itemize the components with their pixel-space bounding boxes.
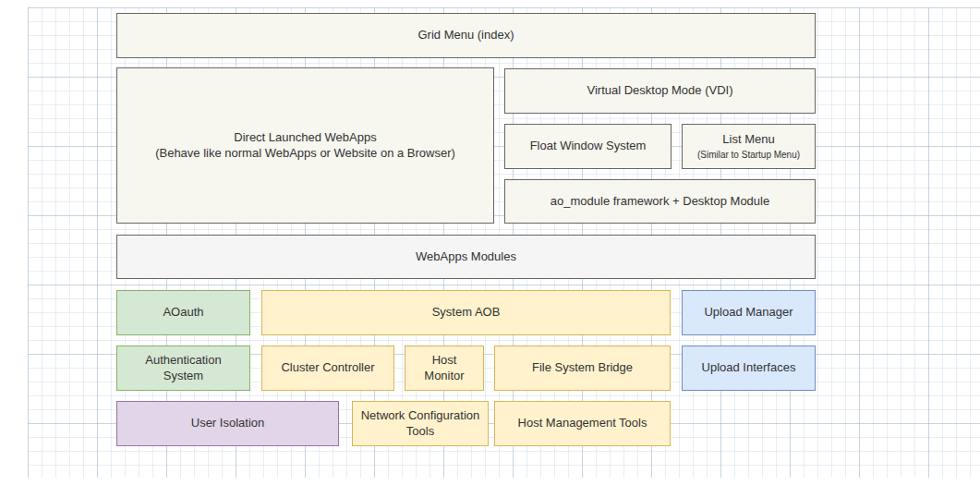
node-grid-menu[interactable]: Grid Menu (index): [116, 13, 816, 58]
node-authentication-system-label: Authentication System: [129, 353, 238, 384]
node-cluster-controller[interactable]: Cluster Controller: [261, 346, 394, 391]
node-ao-module-framework-label: ao_module framework + Desktop Module: [550, 194, 769, 210]
node-webapps-modules[interactable]: WebApps Modules: [116, 235, 816, 279]
node-direct-launched-webapps[interactable]: Direct Launched WebApps (Behave like nor…: [116, 67, 494, 224]
node-file-system-bridge-label: File System Bridge: [532, 360, 633, 376]
node-system-aob[interactable]: System AOB: [261, 290, 671, 335]
node-network-configuration-tools-label: Network Configuration Tools: [357, 408, 483, 440]
node-list-menu-title: List Menu: [722, 132, 774, 148]
node-file-system-bridge[interactable]: File System Bridge: [494, 346, 671, 391]
node-webapps-modules-label: WebApps Modules: [416, 249, 516, 265]
node-system-aob-label: System AOB: [432, 305, 501, 321]
node-host-management-tools-label: Host Management Tools: [518, 416, 647, 431]
node-upload-manager-label: Upload Manager: [704, 305, 792, 321]
node-cluster-controller-label: Cluster Controller: [281, 360, 374, 376]
diagram-viewport: Grid Menu (index) Direct Launched WebApp…: [0, 0, 980, 485]
node-upload-manager[interactable]: Upload Manager: [682, 290, 816, 335]
node-network-configuration-tools[interactable]: Network Configuration Tools: [352, 401, 489, 446]
node-upload-interfaces-label: Upload Interfaces: [702, 360, 796, 376]
node-upload-interfaces[interactable]: Upload Interfaces: [682, 346, 816, 391]
node-list-menu-subtitle: (Similar to Startup Menu): [697, 149, 800, 161]
node-aoauth-label: AOauth: [163, 305, 203, 321]
node-virtual-desktop-mode-label: Virtual Desktop Mode (VDI): [587, 83, 733, 99]
node-direct-launched-webapps-label: Direct Launched WebApps (Behave like nor…: [155, 130, 455, 162]
node-float-window-system-label: Float Window System: [530, 139, 647, 154]
node-user-isolation-label: User Isolation: [191, 416, 264, 431]
node-grid-menu-label: Grid Menu (index): [417, 28, 514, 43]
node-list-menu[interactable]: List Menu (Similar to Startup Menu): [682, 124, 816, 169]
node-ao-module-framework[interactable]: ao_module framework + Desktop Module: [504, 179, 816, 224]
node-host-monitor-label: Host Monitor: [416, 353, 473, 384]
node-virtual-desktop-mode[interactable]: Virtual Desktop Mode (VDI): [504, 68, 816, 114]
node-host-monitor[interactable]: Host Monitor: [405, 346, 484, 391]
node-user-isolation[interactable]: User Isolation: [116, 401, 339, 446]
node-float-window-system[interactable]: Float Window System: [504, 124, 671, 169]
node-host-management-tools[interactable]: Host Management Tools: [494, 401, 671, 446]
node-authentication-system[interactable]: Authentication System: [116, 346, 250, 391]
node-aoauth[interactable]: AOauth: [116, 290, 250, 335]
